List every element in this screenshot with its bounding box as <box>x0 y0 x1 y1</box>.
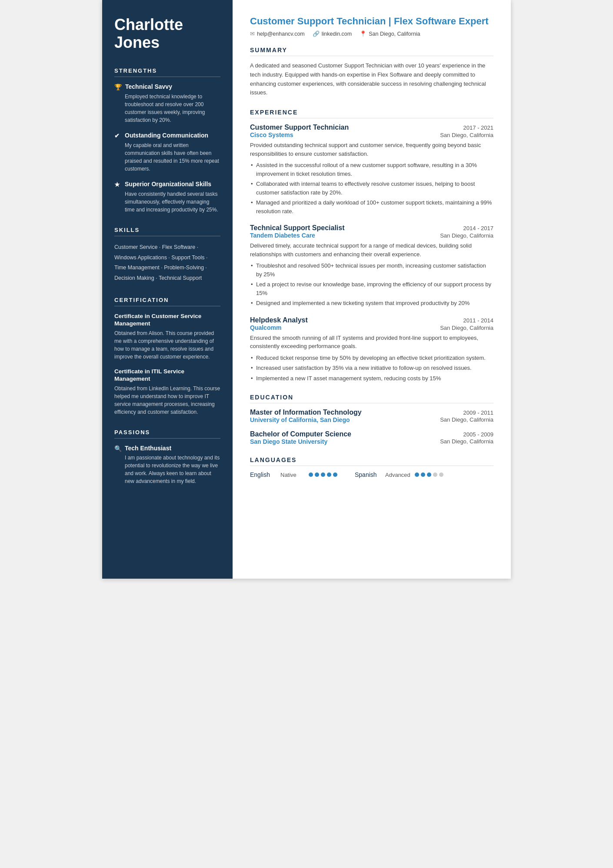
skills-title: SKILLS <box>114 227 220 236</box>
sidebar: Charlotte Jones STRENGTHS 🏆 Technical Sa… <box>102 0 233 579</box>
skills-section: SKILLS Customer Service · Flex Software … <box>114 227 220 284</box>
language-spanish: Spanish Advanced <box>355 471 443 478</box>
exp-entry-2: Technical Support Specialist 2014 - 2017… <box>250 224 493 308</box>
link-icon: 🔗 <box>313 30 320 37</box>
languages-section: LANGUAGES English Native Spanish Adva <box>250 456 493 478</box>
english-dots <box>309 473 337 477</box>
candidate-name: Charlotte Jones <box>114 16 220 52</box>
checkmark-icon: ✔ <box>114 132 121 139</box>
list-item: Assisted in the successful rollout of a … <box>250 161 493 178</box>
passion-item-1: 🔍 Tech Enthusiast I am passionate about … <box>114 445 220 485</box>
dot <box>415 473 419 477</box>
passions-title: PASSIONS <box>114 429 220 439</box>
dot <box>333 473 337 477</box>
exp-entry-3: Helpdesk Analyst 2011 - 2014 Qualcomm Sa… <box>250 316 493 383</box>
cert-item-1: Certificate in Customer Service Manageme… <box>114 312 220 361</box>
list-item: Reduced ticket response time by 50% by d… <box>250 354 493 362</box>
dot <box>315 473 319 477</box>
location-contact: 📍 San Diego, California <box>360 30 420 37</box>
summary-section: SUMMARY A dedicated and seasoned Custome… <box>250 47 493 97</box>
exp-1-bullets: Assisted in the successful rollout of a … <box>250 161 493 215</box>
star-icon: ★ <box>114 181 121 188</box>
main-header: Customer Support Technician | Flex Softw… <box>250 16 493 37</box>
languages-title: LANGUAGES <box>250 456 493 466</box>
location-icon: 📍 <box>360 30 366 37</box>
dot <box>439 473 443 477</box>
dot <box>421 473 425 477</box>
email-icon: ✉ <box>250 30 255 37</box>
exp-2-bullets: Troubleshot and resolved 500+ technical … <box>250 261 493 308</box>
passions-section: PASSIONS 🔍 Tech Enthusiast I am passiona… <box>114 429 220 485</box>
main-content: Customer Support Technician | Flex Softw… <box>233 0 511 579</box>
list-item: Managed and prioritized a daily workload… <box>250 198 493 215</box>
languages-row: English Native Spanish Advanced <box>250 471 493 478</box>
dot <box>327 473 331 477</box>
spanish-dots <box>415 473 443 477</box>
list-item: Designed and implemented a new ticketing… <box>250 299 493 308</box>
cert-item-2: Certificate in ITIL Service Management O… <box>114 368 220 416</box>
exp-entry-1: Customer Support Technician 2017 - 2021 … <box>250 124 493 215</box>
experience-section: EXPERIENCE Customer Support Technician 2… <box>250 109 493 382</box>
list-item: Led a project to revise our knowledge ba… <box>250 280 493 297</box>
dot <box>433 473 437 477</box>
certification-section: CERTIFICATION Certificate in Customer Se… <box>114 297 220 416</box>
list-item: Collaborated with internal teams to effe… <box>250 180 493 197</box>
list-item: Increased user satisfaction by 35% via a… <box>250 364 493 372</box>
edu-entry-1: Master of Information Technology 2009 - … <box>250 409 493 423</box>
list-item: Implemented a new IT asset management sy… <box>250 374 493 383</box>
strength-item-3: ★ Superior Organizational Skills Have co… <box>114 181 220 214</box>
trophy-icon: 🏆 <box>114 84 122 90</box>
edu-entry-2: Bachelor of Computer Science 2005 - 2009… <box>250 430 493 445</box>
strengths-section: STRENGTHS 🏆 Technical Savvy Employed tec… <box>114 67 220 214</box>
dot <box>427 473 431 477</box>
summary-text: A dedicated and seasoned Customer Suppor… <box>250 61 493 97</box>
strength-desc-2: My capable oral and written communicatio… <box>114 141 220 173</box>
strength-item-1: 🏆 Technical Savvy Employed technical kno… <box>114 83 220 124</box>
strengths-title: STRENGTHS <box>114 67 220 77</box>
experience-title: EXPERIENCE <box>250 109 493 118</box>
education-section: EDUCATION Master of Information Technolo… <box>250 394 493 445</box>
certification-title: CERTIFICATION <box>114 297 220 306</box>
language-english: English Native <box>250 471 337 478</box>
email-contact: ✉ help@enhancv.com <box>250 30 305 37</box>
job-title: Customer Support Technician | Flex Softw… <box>250 16 493 27</box>
list-item: Troubleshot and resolved 500+ technical … <box>250 261 493 278</box>
exp-3-bullets: Reduced ticket response time by 50% by d… <box>250 354 493 383</box>
strength-item-2: ✔ Outstanding Communication My capable o… <box>114 132 220 173</box>
linkedin-contact: 🔗 linkedin.com <box>313 30 352 37</box>
summary-title: SUMMARY <box>250 47 493 56</box>
strength-desc-1: Employed technical knowledge to troubles… <box>114 93 220 124</box>
dot <box>321 473 325 477</box>
dot <box>309 473 313 477</box>
contact-info: ✉ help@enhancv.com 🔗 linkedin.com 📍 San … <box>250 30 493 37</box>
resume-container: Charlotte Jones STRENGTHS 🏆 Technical Sa… <box>102 0 511 579</box>
magnifier-icon: 🔍 <box>114 445 121 452</box>
education-title: EDUCATION <box>250 394 493 403</box>
skills-list: Customer Service · Flex Software · Windo… <box>114 242 220 284</box>
strength-desc-3: Have consistently handled several tasks … <box>114 190 220 214</box>
